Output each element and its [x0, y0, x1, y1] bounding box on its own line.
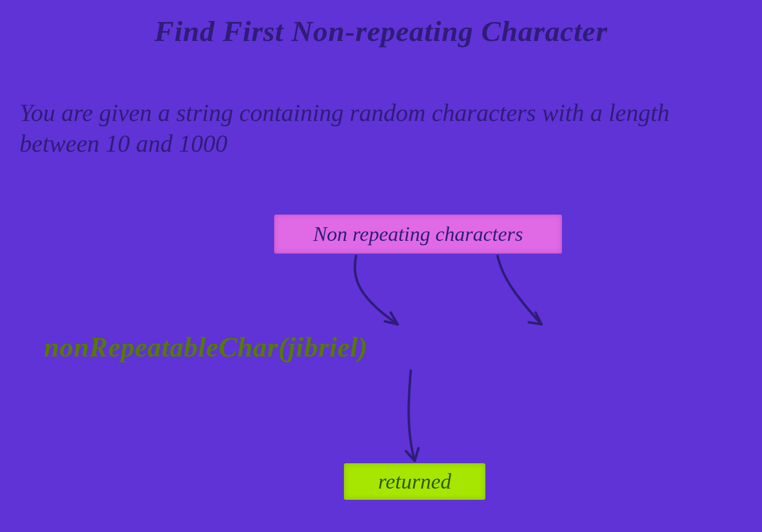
- diagram-canvas: Find First Non-repeating Character You a…: [0, 0, 762, 532]
- non-repeating-label: Non repeating characters: [274, 215, 562, 254]
- diagram-title: Find First Non-repeating Character: [0, 15, 762, 48]
- diagram-description: You are given a string containing random…: [20, 98, 742, 158]
- code-example: nonRepeatableChar(jibriel): [44, 332, 368, 363]
- annotation-arrows: [0, 0, 762, 532]
- returned-label: returned: [344, 463, 485, 500]
